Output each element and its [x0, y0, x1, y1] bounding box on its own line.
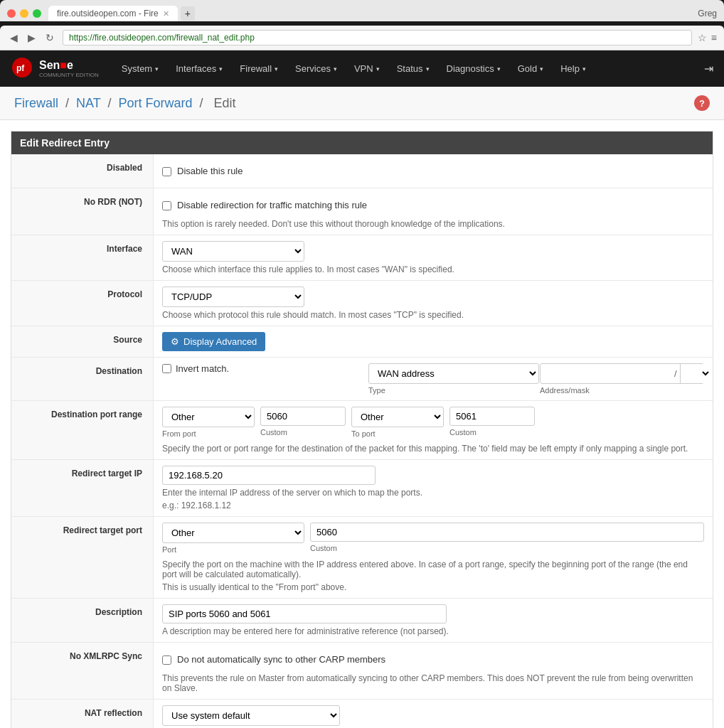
protocol-help: Choose which protocol this rule should m… [162, 310, 704, 320]
help-icon[interactable]: ? [694, 95, 710, 111]
breadcrumb-port-forward[interactable]: Port Forward [118, 96, 192, 110]
disabled-checkbox[interactable] [162, 167, 171, 176]
logo-edition: COMMUNITY EDITION [39, 72, 99, 78]
breadcrumb-bar: Firewall / NAT / Port Forward / Edit ? [0, 87, 724, 120]
protocol-select[interactable]: TCP/UDP TCP UDP ICMP Any [162, 287, 304, 307]
from-port-custom-input[interactable] [260, 407, 346, 426]
destination-row: Destination Invert match. WAN address LA… [11, 358, 713, 401]
traffic-light-green[interactable] [33, 9, 41, 18]
nav-action-icon[interactable]: ⇥ [704, 62, 713, 75]
interface-label: Interface [11, 235, 154, 280]
description-input[interactable] [162, 604, 447, 623]
no-rdr-label: No RDR (NOT) [11, 188, 154, 235]
no-xmlrpc-row: No XMLRPC Sync Do not automatically sync… [11, 643, 713, 700]
redirect-target-port-help2: This is usually identical to the "From p… [162, 582, 704, 592]
back-button[interactable]: ◀ [7, 31, 21, 45]
source-row: Source ⚙ Display Advanced [11, 326, 713, 358]
to-port-field: Any Other HTTP (80) HTTPS (443) To port [351, 407, 444, 438]
description-label: Description [11, 599, 154, 642]
no-rdr-content: Disable redirection for traffic matching… [154, 188, 713, 235]
nav-status[interactable]: Status ▾ [388, 56, 438, 81]
browser-tab[interactable]: fire.outsideopen.com - Fire ✕ [48, 6, 178, 21]
settings-icon[interactable]: ≡ [711, 32, 717, 43]
to-port-custom-field: Custom [449, 407, 535, 437]
description-row: Description A description may be entered… [11, 599, 713, 643]
nav-services[interactable]: Services ▾ [287, 56, 346, 81]
no-xmlrpc-help: This prevents the rule on Master from au… [162, 673, 704, 693]
redirect-target-ip-input[interactable] [162, 466, 376, 485]
svg-text:pf: pf [16, 63, 25, 73]
mask-select[interactable]: 32 24 [680, 364, 711, 383]
logo: pf Sen■e COMMUNITY EDITION [11, 50, 99, 87]
dest-port-range-content: Any Other HTTP (80) HTTPS (443) From por… [154, 401, 713, 459]
disabled-checkbox-label: Disable this rule [177, 166, 243, 176]
breadcrumb-firewall[interactable]: Firewall [14, 96, 58, 110]
breadcrumb: Firewall / NAT / Port Forward / Edit [14, 96, 240, 111]
redirect-target-port-help1: Specify the port on the machine with the… [162, 560, 704, 579]
nav-firewall[interactable]: Firewall ▾ [231, 56, 287, 81]
no-rdr-help: This option is rarely needed. Don't use … [162, 219, 704, 229]
new-tab-button[interactable]: + [181, 6, 195, 21]
main-menu: System ▾ Interfaces ▾ Firewall ▾ Service… [113, 56, 704, 81]
user-label: Greg [698, 9, 717, 18]
destination-type-select[interactable]: WAN address LAN address any Single host … [368, 363, 539, 384]
nat-reflection-content: Use system default Enable Disable [154, 700, 713, 728]
interface-select[interactable]: WAN LAN OPT1 [162, 241, 304, 262]
form-header: Edit Redirect Entry [11, 132, 713, 154]
nav-gold[interactable]: Gold ▾ [509, 56, 552, 81]
from-port-type-select[interactable]: Any Other HTTP (80) HTTPS (443) [162, 407, 255, 427]
redirect-target-ip-help1: Enter the internal IP address of the ser… [162, 488, 704, 498]
disabled-row: Disabled Disable this rule [11, 154, 713, 188]
logo-icon: pf [11, 56, 33, 79]
no-xmlrpc-checkbox-label: Do not automatically sync to other CARP … [177, 654, 385, 665]
bookmark-icon[interactable]: ☆ [698, 32, 707, 43]
edit-redirect-form: Edit Redirect Entry Disabled Disable thi… [11, 131, 713, 728]
address-bar[interactable] [63, 30, 692, 46]
destination-type-field: WAN address LAN address any Single host … [368, 363, 533, 395]
nat-reflection-select[interactable]: Use system default Enable Disable [162, 705, 340, 726]
breadcrumb-edit: Edit [213, 96, 235, 110]
target-port-custom-label: Custom [310, 544, 704, 552]
nav-system[interactable]: System ▾ [113, 56, 167, 81]
no-rdr-checkbox-label: Disable redirection for traffic matching… [177, 200, 367, 210]
from-port-custom-label: Custom [260, 428, 346, 437]
to-port-custom-label: Custom [449, 428, 535, 437]
dest-port-range-label: Destination port range [11, 401, 154, 459]
redirect-target-port-content: Any Other HTTP (80) HTTPS (443) Port Cus… [154, 517, 713, 598]
reload-button[interactable]: ↻ [43, 31, 57, 45]
destination-label: Destination [11, 358, 154, 400]
target-port-type-select[interactable]: Any Other HTTP (80) HTTPS (443) [162, 523, 304, 543]
description-help: A description may be entered here for ad… [162, 626, 704, 636]
top-navigation: pf Sen■e COMMUNITY EDITION System ▾ Inte… [0, 50, 724, 87]
source-label: Source [11, 326, 154, 357]
nav-vpn[interactable]: VPN ▾ [346, 56, 388, 81]
invert-match-checkbox[interactable] [162, 364, 171, 373]
interface-row: Interface WAN LAN OPT1 Choose which inte… [11, 235, 713, 281]
traffic-light-red[interactable] [7, 9, 16, 18]
disabled-content: Disable this rule [154, 154, 713, 188]
target-port-custom-input[interactable] [310, 523, 704, 542]
breadcrumb-nat[interactable]: NAT [76, 96, 100, 110]
to-port-custom-input[interactable] [449, 407, 535, 426]
target-port-type-field: Any Other HTTP (80) HTTPS (443) Port [162, 523, 304, 554]
no-rdr-checkbox[interactable] [162, 201, 171, 210]
mask-separator: / [671, 368, 680, 379]
disabled-label: Disabled [11, 154, 154, 188]
traffic-light-yellow[interactable] [20, 9, 28, 18]
tab-close-icon[interactable]: ✕ [163, 9, 169, 18]
nav-help[interactable]: Help ▾ [552, 56, 595, 81]
to-port-type-select[interactable]: Any Other HTTP (80) HTTPS (443) [351, 407, 444, 427]
nat-reflection-row: NAT reflection Use system default Enable… [11, 700, 713, 728]
no-xmlrpc-checkbox[interactable] [162, 655, 171, 665]
no-rdr-row: No RDR (NOT) Disable redirection for tra… [11, 188, 713, 235]
nav-interfaces[interactable]: Interfaces ▾ [167, 56, 231, 81]
destination-addr-input[interactable] [541, 365, 671, 382]
from-port-field: Any Other HTTP (80) HTTPS (443) From por… [162, 407, 255, 438]
invert-match-label: Invert match. [176, 363, 229, 374]
display-advanced-button[interactable]: ⚙ Display Advanced [162, 332, 265, 351]
nav-diagnostics[interactable]: Diagnostics ▾ [438, 56, 509, 81]
from-port-label: From port [162, 429, 255, 438]
forward-button[interactable]: ▶ [25, 31, 38, 45]
tab-title: fire.outsideopen.com - Fire [57, 9, 159, 18]
protocol-label: Protocol [11, 281, 154, 326]
